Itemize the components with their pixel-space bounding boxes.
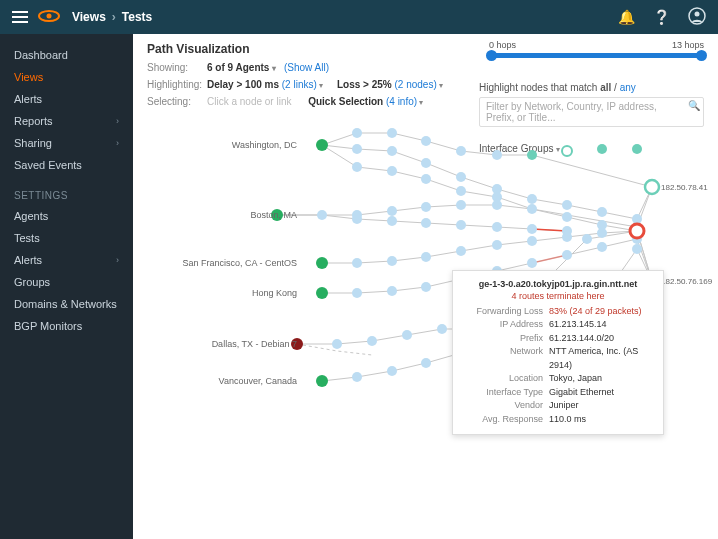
hop-node[interactable] [597, 228, 607, 238]
hop-node[interactable] [317, 210, 327, 220]
agent-node[interactable] [316, 375, 328, 387]
search-icon[interactable]: 🔍 [688, 100, 700, 111]
sidebar-item-domains-networks[interactable]: Domains & Networks [0, 293, 133, 315]
hops-slider[interactable]: 0 hops 13 hops [489, 40, 704, 58]
hops-min-label: 0 hops [489, 40, 516, 50]
hop-node[interactable] [387, 146, 397, 156]
hop-node[interactable] [352, 214, 362, 224]
hop-node[interactable] [367, 336, 377, 346]
showing-agents-dropdown[interactable]: 6 of 9 Agents [207, 62, 276, 73]
hop-node[interactable] [421, 252, 431, 262]
hop-node[interactable] [456, 172, 466, 182]
chevron-right-icon: › [112, 10, 116, 24]
hop-node[interactable] [456, 146, 466, 156]
quick-selection-dropdown[interactable]: (4 info) [386, 96, 423, 107]
hop-node[interactable] [527, 204, 537, 214]
hop-node[interactable] [352, 144, 362, 154]
agent-node[interactable] [316, 257, 328, 269]
path-visualization[interactable]: Washington, DCBoston, MASan Francisco, C… [147, 119, 704, 439]
loss-nodes-dropdown[interactable]: (2 nodes) [394, 79, 442, 90]
hop-node[interactable] [527, 224, 537, 234]
hop-node[interactable] [421, 158, 431, 168]
breadcrumb-tests[interactable]: Tests [122, 10, 152, 24]
hop-node[interactable] [352, 162, 362, 172]
bell-icon[interactable]: 🔔 [618, 9, 635, 25]
hop-node[interactable] [387, 256, 397, 266]
hop-node[interactable] [421, 174, 431, 184]
hop-node[interactable] [387, 216, 397, 226]
hop-node[interactable] [456, 200, 466, 210]
selected-loss-node[interactable] [630, 224, 644, 238]
highlighting-label: Highlighting: [147, 79, 207, 90]
sidebar-item-agents[interactable]: Agents [0, 205, 133, 227]
hop-node[interactable] [456, 186, 466, 196]
hop-node[interactable] [387, 206, 397, 216]
help-icon[interactable]: ❔ [653, 9, 670, 25]
hop-node[interactable] [352, 372, 362, 382]
breadcrumb-views[interactable]: Views [72, 10, 106, 24]
sidebar-item-reports[interactable]: Reports› [0, 110, 133, 132]
hop-node[interactable] [562, 232, 572, 242]
sidebar-item-bgp-monitors[interactable]: BGP Monitors [0, 315, 133, 337]
sidebar-item-groups[interactable]: Groups [0, 271, 133, 293]
hop-node[interactable] [632, 244, 642, 254]
hop-node[interactable] [332, 339, 342, 349]
hop-node[interactable] [527, 258, 537, 268]
sidebar-item-alerts[interactable]: Alerts [0, 88, 133, 110]
sidebar-item-dashboard[interactable]: Dashboard [0, 44, 133, 66]
selecting-label: Selecting: [147, 96, 207, 107]
hop-node[interactable] [492, 200, 502, 210]
match-any[interactable]: any [620, 82, 636, 93]
hop-node[interactable] [421, 136, 431, 146]
hop-node[interactable] [527, 236, 537, 246]
agent-node[interactable] [316, 287, 328, 299]
tooltip-key: Location [463, 372, 543, 386]
hop-node[interactable] [352, 288, 362, 298]
destination-label: 182.50.78.41 [661, 183, 708, 192]
sidebar-item-saved-events[interactable]: Saved Events [0, 154, 133, 176]
hop-node[interactable] [492, 240, 502, 250]
hop-node[interactable] [421, 358, 431, 368]
destination-label: 182.50.76.169 [661, 277, 712, 286]
hamburger-icon[interactable] [12, 11, 28, 23]
sidebar-item-alerts[interactable]: Alerts› [0, 249, 133, 271]
hop-node[interactable] [352, 258, 362, 268]
hop-node[interactable] [582, 234, 592, 244]
click-hint: Click a node or link [207, 96, 291, 107]
hop-node[interactable] [387, 128, 397, 138]
hop-node[interactable] [402, 330, 412, 340]
hop-node[interactable] [597, 207, 607, 217]
hop-node[interactable] [492, 150, 502, 160]
sidebar-item-sharing[interactable]: Sharing› [0, 132, 133, 154]
tooltip-value: Tokyo, Japan [549, 372, 653, 386]
hop-node[interactable] [492, 222, 502, 232]
hop-node[interactable] [562, 250, 572, 260]
hop-node[interactable] [456, 220, 466, 230]
tooltip-value: Juniper [549, 399, 653, 413]
logo-icon[interactable] [38, 9, 60, 25]
hop-node[interactable] [387, 366, 397, 376]
hop-node[interactable] [527, 194, 537, 204]
hop-node[interactable] [421, 218, 431, 228]
match-all[interactable]: all [600, 82, 611, 93]
agent-label: Dallas, TX - Debian 7 [147, 339, 297, 349]
hop-node[interactable] [352, 128, 362, 138]
show-all-link[interactable]: (Show All) [284, 62, 329, 73]
delay-links-dropdown[interactable]: (2 links) [282, 79, 323, 90]
hop-node[interactable] [437, 324, 447, 334]
hop-node[interactable] [387, 286, 397, 296]
hop-node[interactable] [597, 242, 607, 252]
sidebar-item-tests[interactable]: Tests [0, 227, 133, 249]
agent-node[interactable] [316, 139, 328, 151]
hop-node[interactable] [456, 246, 466, 256]
hop-node[interactable] [421, 202, 431, 212]
dest-node-1[interactable] [645, 180, 659, 194]
svg-point-1 [47, 14, 52, 19]
hop-node[interactable] [562, 212, 572, 222]
hop-node[interactable] [421, 282, 431, 292]
user-icon[interactable] [688, 7, 706, 28]
hop-node[interactable] [562, 200, 572, 210]
settings-header: SETTINGS [0, 186, 133, 205]
sidebar-item-views[interactable]: Views [0, 66, 133, 88]
hop-node[interactable] [387, 166, 397, 176]
